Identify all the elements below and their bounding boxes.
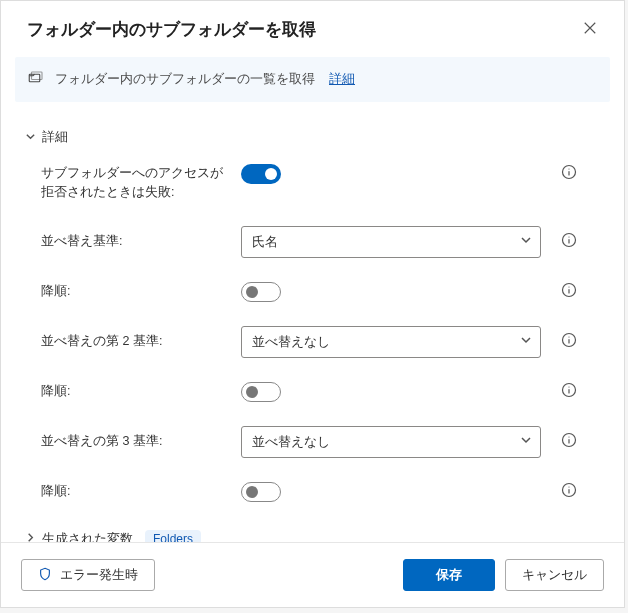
shield-icon <box>38 567 52 584</box>
row-descending-1: 降順: <box>25 282 600 302</box>
select-sort-by-1[interactable]: 氏名 <box>241 226 541 258</box>
info-banner: フォルダー内のサブフォルダーの一覧を取得 詳細 <box>15 57 610 102</box>
info-icon[interactable] <box>561 232 577 251</box>
select-sort-by-2[interactable]: 並べ替えなし <box>241 326 541 358</box>
select-sort2-value: 並べ替えなし <box>252 333 330 351</box>
sort2-label: 並べ替えの第 2 基準: <box>41 332 241 351</box>
toggle-descending-1[interactable] <box>241 282 281 302</box>
info-icon[interactable] <box>561 482 577 501</box>
chevron-down-icon <box>25 130 36 145</box>
dialog-footer: エラー発生時 保存 キャンセル <box>1 542 624 607</box>
fail-label: サブフォルダーへのアクセスが拒否されたときは失敗: <box>41 164 241 202</box>
dialog: フォルダー内のサブフォルダーを取得 フォルダー内のサブフォルダーの一覧を取得 詳… <box>0 0 625 608</box>
info-icon[interactable] <box>561 164 577 183</box>
save-button[interactable]: 保存 <box>403 559 495 591</box>
close-button[interactable] <box>576 15 604 43</box>
toggle-descending-2[interactable] <box>241 382 281 402</box>
chevron-down-icon <box>520 334 532 349</box>
generated-variable-badge[interactable]: Folders <box>145 530 201 543</box>
on-error-label: エラー発生時 <box>60 566 138 584</box>
folders-icon <box>27 69 45 90</box>
row-sort-by-2: 並べ替えの第 2 基準: 並べ替えなし <box>25 326 600 358</box>
section-details-toggle[interactable]: 詳細 <box>25 128 600 146</box>
section-generated-label: 生成された変数 <box>42 530 133 543</box>
sort3-label: 並べ替えの第 3 基準: <box>41 432 241 451</box>
chevron-down-icon <box>520 234 532 249</box>
save-label: 保存 <box>436 566 462 584</box>
chevron-right-icon <box>25 531 36 542</box>
info-detail-link[interactable]: 詳細 <box>329 71 355 88</box>
section-details-label: 詳細 <box>42 128 68 146</box>
row-sort-by-3: 並べ替えの第 3 基準: 並べ替えなし <box>25 426 600 458</box>
desc3-label: 降順: <box>41 482 241 501</box>
cancel-button[interactable]: キャンセル <box>505 559 604 591</box>
dialog-body: 詳細 サブフォルダーへのアクセスが拒否されたときは失敗: 並べ替え基準: 氏名 <box>1 108 624 542</box>
chevron-down-icon <box>520 434 532 449</box>
info-icon[interactable] <box>561 282 577 301</box>
dialog-title: フォルダー内のサブフォルダーを取得 <box>27 18 316 41</box>
info-text: フォルダー内のサブフォルダーの一覧を取得 <box>55 71 315 88</box>
dialog-header: フォルダー内のサブフォルダーを取得 <box>1 1 624 57</box>
info-icon[interactable] <box>561 332 577 351</box>
cancel-label: キャンセル <box>522 566 587 584</box>
sort1-label: 並べ替え基準: <box>41 232 241 251</box>
desc1-label: 降順: <box>41 282 241 301</box>
section-generated-toggle[interactable]: 生成された変数 Folders <box>25 530 600 543</box>
info-icon[interactable] <box>561 382 577 401</box>
row-fail-on-denied: サブフォルダーへのアクセスが拒否されたときは失敗: <box>25 164 600 202</box>
row-descending-2: 降順: <box>25 382 600 402</box>
row-sort-by-1: 並べ替え基準: 氏名 <box>25 226 600 258</box>
select-sort3-value: 並べ替えなし <box>252 433 330 451</box>
desc2-label: 降順: <box>41 382 241 401</box>
toggle-fail-on-denied[interactable] <box>241 164 281 184</box>
info-icon[interactable] <box>561 432 577 451</box>
close-icon <box>583 21 597 38</box>
toggle-descending-3[interactable] <box>241 482 281 502</box>
row-descending-3: 降順: <box>25 482 600 502</box>
on-error-button[interactable]: エラー発生時 <box>21 559 155 591</box>
select-sort1-value: 氏名 <box>252 233 278 251</box>
select-sort-by-3[interactable]: 並べ替えなし <box>241 426 541 458</box>
